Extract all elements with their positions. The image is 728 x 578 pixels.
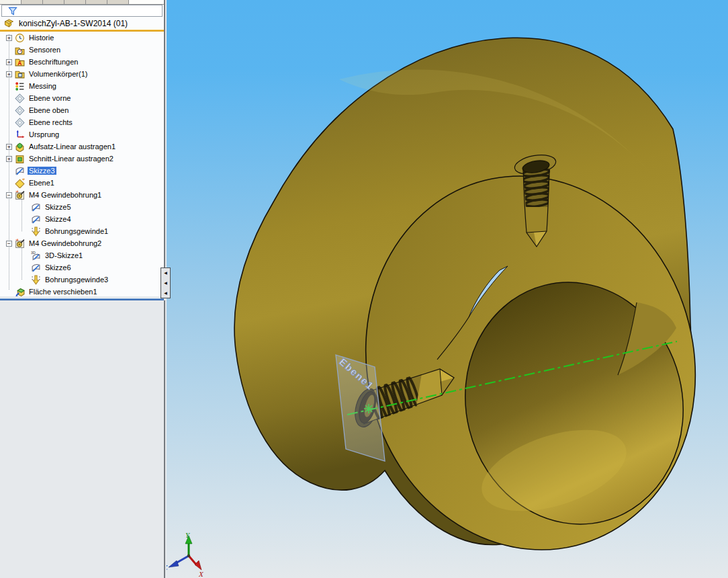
origin-icon — [15, 130, 25, 140]
tree-item-ebene-vorne[interactable]: Ebene vorne — [0, 92, 164, 104]
plane-icon — [15, 118, 25, 128]
collapse-toggle[interactable]: − — [6, 192, 12, 198]
cut-extrude-icon — [15, 154, 25, 164]
tree-item-label: Bohrungsgewinde3 — [44, 276, 109, 284]
sketch-icon — [31, 214, 41, 224]
collapse-toggle[interactable]: − — [6, 241, 12, 247]
collapse-left-icon: ◀ — [164, 271, 167, 275]
svg-text:3D: 3D — [31, 251, 36, 255]
boss-extrude-icon — [15, 142, 25, 152]
part-icon — [3, 18, 15, 29]
tree-item-skizze6[interactable]: Skizze6 — [0, 261, 164, 274]
plane-icon — [15, 93, 25, 104]
panel-empty-area — [0, 300, 165, 578]
move-face-icon — [15, 287, 25, 297]
sketch-icon — [31, 263, 41, 273]
tree-item-label: Beschriftungen — [28, 58, 79, 66]
tree-item-label: Historie — [28, 34, 55, 42]
tree-item-ebene1[interactable]: Ebene1 — [0, 177, 164, 189]
tree-item-m4-gewindebohrung1[interactable]: −M4 Gewindebohrung1 — [0, 189, 164, 201]
tree-item-label: Aufsatz-Linear austragen1 — [28, 142, 117, 151]
feature-tree-area: konischZyl-AB-1-SW2014 (01) +HistorieSen… — [0, 0, 165, 296]
sketch-icon — [15, 166, 25, 176]
collapse-left-icon: ◀ — [164, 291, 167, 295]
expand-toggle[interactable]: + — [6, 59, 12, 65]
tree-item-skizze5[interactable]: Skizze5 — [0, 201, 164, 213]
manager-tab[interactable] — [43, 0, 64, 4]
part-name: konischZyl-AB-1-SW2014 (01) — [19, 19, 128, 28]
sensors-icon — [15, 45, 25, 55]
tree-item-label: M4 Gewindebohrung2 — [28, 239, 103, 247]
tree-filter-bar — [1, 5, 163, 17]
expand-toggle[interactable]: + — [6, 156, 12, 162]
material-icon — [15, 81, 25, 91]
part-root-item[interactable]: konischZyl-AB-1-SW2014 (01) — [0, 17, 164, 30]
sketch-3d-icon: 3D — [31, 251, 41, 261]
plane-gold-icon — [15, 178, 25, 188]
tree-item-bohrungsgewinde1[interactable]: Bohrungsgewinde1 — [0, 225, 164, 237]
tree-item-beschriftungen[interactable]: +ABeschriftungen — [0, 56, 164, 68]
tree-item-bohrungsgewinde3[interactable]: Bohrungsgewinde3 — [0, 274, 164, 286]
thread-icon — [31, 275, 41, 285]
tree-item-ebene-rechts[interactable]: Ebene rechts — [0, 116, 164, 128]
expand-toggle[interactable]: + — [6, 35, 12, 41]
tree-item-3d-skizze1[interactable]: 3D3D-Skizze1 — [0, 249, 164, 261]
tree-item-ebene-oben[interactable]: Ebene oben — [0, 104, 164, 116]
tree-item-volumenkörper-1-[interactable]: +Volumenkörper(1) — [0, 68, 164, 80]
manager-tab[interactable] — [21, 0, 43, 4]
tree-item-skizze3[interactable]: Skizze3 — [0, 165, 164, 177]
tree-item-messing[interactable]: Messing — [0, 80, 164, 92]
panel-splitter-collapse[interactable]: ◀ ◀ ◀ — [161, 267, 171, 298]
tree-item-label: Skizze3 — [28, 167, 56, 175]
manager-tab[interactable] — [107, 0, 129, 4]
sketch-icon — [31, 202, 41, 212]
solid-bodies-icon — [15, 69, 25, 79]
tree-item-label: Fläche verschieben1 — [28, 288, 99, 296]
tree-item-aufsatz-linear-austragen1[interactable]: +Aufsatz-Linear austragen1 — [0, 140, 164, 153]
expand-toggle[interactable]: + — [6, 144, 12, 150]
collapse-left-icon: ◀ — [164, 281, 167, 285]
history-icon — [15, 33, 25, 43]
tree-filter-input[interactable] — [18, 6, 162, 15]
tree-item-label: Ebene oben — [28, 106, 70, 114]
manager-tab[interactable] — [0, 0, 21, 4]
tree-item-label: Skizze4 — [44, 215, 73, 223]
tree-item-label: Ebene1 — [28, 179, 56, 187]
tree-item-label: Ebene rechts — [28, 118, 74, 126]
tree-item-fläche-verschieben1[interactable]: Fläche verschieben1 — [0, 286, 164, 298]
tree-item-label: Schnitt-Linear austragen2 — [28, 155, 115, 163]
triad-x-label: X — [198, 570, 204, 578]
manager-tab[interactable] — [64, 0, 86, 4]
tree-item-label: Messing — [28, 82, 58, 90]
svg-text:A: A — [17, 59, 21, 66]
tree-item-label: Ebene vorne — [28, 94, 72, 102]
hole-wizard-icon — [15, 239, 25, 249]
tree-item-label: 3D-Skizze1 — [44, 251, 84, 259]
tree-item-sensoren[interactable]: Sensoren — [0, 44, 164, 56]
feature-manager-panel: konischZyl-AB-1-SW2014 (01) +HistorieSen… — [0, 0, 167, 578]
tree-item-m4-gewindebohrung2[interactable]: −M4 Gewindebohrung2 — [0, 237, 164, 249]
tree-item-skizze4[interactable]: Skizze4 — [0, 213, 164, 225]
tree-item-label: Sensoren — [28, 46, 62, 54]
tree-item-label: M4 Gewindebohrung1 — [28, 191, 103, 199]
manager-tab-filler — [129, 0, 164, 4]
tree-item-historie[interactable]: +Historie — [0, 32, 164, 44]
expand-toggle[interactable]: + — [6, 71, 12, 77]
tree-item-label: Bohrungsgewinde1 — [44, 227, 109, 235]
feature-tree: +HistorieSensoren+ABeschriftungen+Volume… — [0, 32, 164, 298]
filter-funnel-icon — [7, 7, 18, 15]
tree-item-label: Skizze6 — [44, 263, 73, 272]
hole-wizard-icon — [15, 190, 25, 200]
tree-item-ursprung[interactable]: Ursprung — [0, 128, 164, 140]
tree-item-schnitt-linear-austragen2[interactable]: +Schnitt-Linear austragen2 — [0, 153, 164, 165]
manager-tab-strip — [0, 0, 164, 5]
manager-tab[interactable] — [86, 0, 107, 4]
thread-icon — [31, 226, 41, 237]
tree-item-label: Volumenkörper(1) — [28, 70, 89, 78]
tree-item-label: Ursprung — [28, 130, 60, 138]
plane-icon — [15, 106, 25, 116]
tree-item-label: Skizze5 — [44, 203, 73, 211]
annotations-icon: A — [15, 57, 25, 67]
